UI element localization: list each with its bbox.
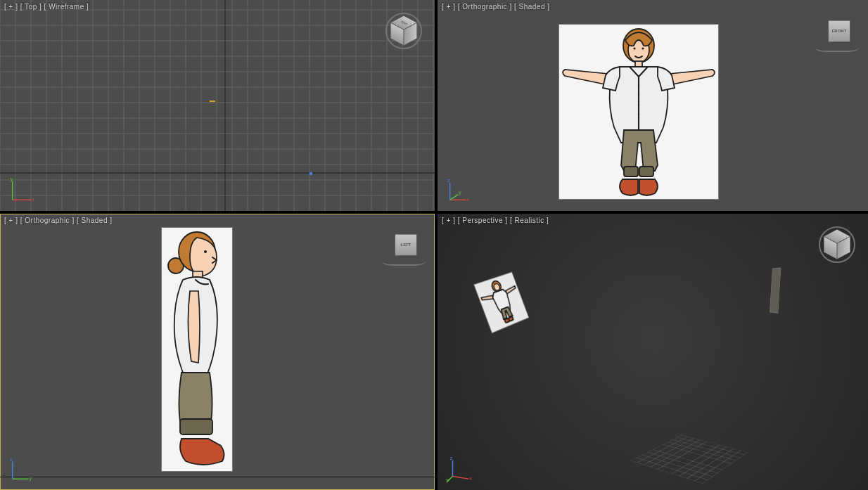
reference-plane-front[interactable] xyxy=(559,25,718,199)
svg-line-74 xyxy=(682,435,748,452)
axis-tripod: y z xyxy=(8,456,35,483)
svg-text:z: z xyxy=(10,457,13,463)
viewport-label: [ + ] [ Top ] [ Wireframe ] xyxy=(4,3,89,11)
reference-plane-side[interactable] xyxy=(162,228,232,471)
viewport-perspective[interactable]: [ + ] [ Perspective ] [ Realistic ] xyxy=(438,214,868,490)
svg-line-64 xyxy=(450,195,458,200)
reference-plane-front-3d[interactable] xyxy=(474,273,528,333)
svg-line-75 xyxy=(677,437,745,455)
shading-menu[interactable]: [ Shaded ] xyxy=(77,217,113,224)
reference-plane-side-3d[interactable] xyxy=(770,268,781,312)
svg-line-94 xyxy=(695,450,741,481)
viewport-label: [ + ] [ Orthographic ] [ Shaded ] xyxy=(4,217,113,224)
svg-text:y: y xyxy=(446,477,449,483)
shading-menu[interactable]: [ Shaded ] xyxy=(514,3,550,11)
maximize-toggle[interactable]: [ + ] xyxy=(4,217,18,224)
svg-text:y: y xyxy=(29,476,32,482)
view-menu[interactable]: [ Top ] xyxy=(20,3,42,11)
svg-line-85 xyxy=(631,435,682,460)
svg-line-79 xyxy=(658,447,727,467)
shading-menu[interactable]: [ Realistic ] xyxy=(510,217,549,224)
svg-point-56 xyxy=(638,104,639,105)
svg-line-78 xyxy=(663,444,732,463)
viewport-left[interactable]: [ + ] [ Orthographic ] [ Shaded ] xyxy=(0,214,435,490)
svg-rect-69 xyxy=(180,419,212,434)
viewcube[interactable]: LEFT xyxy=(385,226,422,263)
svg-text:x: x xyxy=(469,476,472,482)
svg-line-81 xyxy=(647,452,717,473)
svg-point-55 xyxy=(638,94,639,96)
svg-text:z: z xyxy=(447,178,450,183)
ground-grid xyxy=(631,435,748,484)
svg-rect-59 xyxy=(639,167,653,176)
svg-point-50 xyxy=(633,47,635,49)
svg-line-86 xyxy=(637,437,688,463)
viewcube[interactable]: TOP xyxy=(385,13,422,49)
viewcube[interactable] xyxy=(819,226,855,263)
maximize-toggle[interactable]: [ + ] xyxy=(4,3,18,11)
viewcube-face[interactable]: FRONT xyxy=(828,20,850,42)
viewport-top[interactable]: [ + ] [ Top ] [ Wireframe ] x y TOP xyxy=(0,0,435,211)
svg-point-54 xyxy=(638,84,639,86)
svg-line-88 xyxy=(651,440,701,468)
shading-menu[interactable]: [ Wireframe ] xyxy=(44,3,89,11)
svg-point-68 xyxy=(204,250,207,253)
character-front-icon xyxy=(559,25,718,199)
svg-text:y: y xyxy=(459,190,461,195)
svg-rect-52 xyxy=(635,61,642,67)
viewport-label: [ + ] [ Orthographic ] [ Shaded ] xyxy=(442,3,550,11)
viewport-label: [ + ] [ Perspective ] [ Realistic ] xyxy=(442,217,549,224)
view-menu[interactable]: [ Perspective ] xyxy=(458,217,508,224)
svg-point-51 xyxy=(642,47,644,49)
wireframe-grid xyxy=(0,0,435,211)
character-side-icon xyxy=(162,228,232,471)
axis-tick xyxy=(309,172,312,175)
viewport-front[interactable]: [ + ] [ Orthographic ] [ Shaded ] xyxy=(438,0,868,211)
viewcube-face[interactable]: LEFT xyxy=(395,233,417,256)
svg-text:x: x xyxy=(32,197,34,202)
svg-line-90 xyxy=(665,443,713,471)
svg-line-80 xyxy=(653,449,722,470)
svg-text:x: x xyxy=(466,197,469,202)
svg-line-91 xyxy=(672,445,720,474)
axis-tripod: x y z xyxy=(446,456,473,483)
svg-text:y: y xyxy=(11,177,13,182)
horizon-line xyxy=(0,477,435,477)
svg-line-95 xyxy=(703,452,748,484)
view-menu[interactable]: [ Orthographic ] xyxy=(458,3,512,11)
viewcube[interactable]: FRONT xyxy=(819,13,855,49)
origin-marker xyxy=(210,101,215,102)
axis-tripod: x y xyxy=(8,177,35,204)
maximize-toggle[interactable]: [ + ] xyxy=(442,217,455,224)
svg-rect-58 xyxy=(624,167,638,176)
svg-rect-99 xyxy=(509,316,513,321)
axis-tripod: x z y xyxy=(446,177,473,204)
svg-line-100 xyxy=(453,477,469,479)
character-front-mini-icon xyxy=(474,273,528,333)
svg-point-57 xyxy=(638,114,639,115)
viewport-container: [ + ] [ Top ] [ Wireframe ] x y TOP xyxy=(0,0,868,490)
svg-line-89 xyxy=(658,441,707,469)
svg-text:z: z xyxy=(450,456,453,461)
maximize-toggle[interactable]: [ + ] xyxy=(442,3,455,11)
view-menu[interactable]: [ Orthographic ] xyxy=(20,217,75,224)
